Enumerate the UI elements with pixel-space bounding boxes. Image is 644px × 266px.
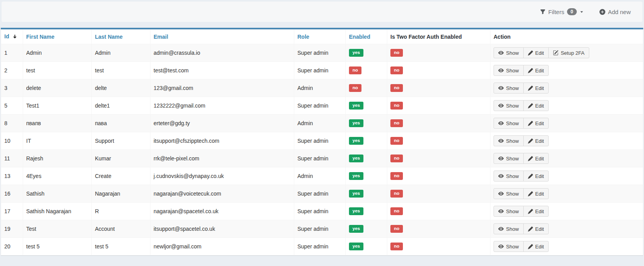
show-button-label: Show xyxy=(506,156,519,161)
show-button[interactable]: Show xyxy=(494,171,524,182)
edit-button[interactable]: Edit xyxy=(523,171,549,182)
show-button[interactable]: Show xyxy=(494,241,524,252)
table-row: 16 Sathish Nagarajan nagarajan@voicetecu… xyxy=(1,185,643,203)
cell-enabled: yes xyxy=(346,97,387,115)
edit-button[interactable]: Edit xyxy=(523,135,549,146)
cell-email: admin@crassula.io xyxy=(150,44,294,62)
cell-first-name: test 5 xyxy=(23,238,92,255)
sort-link-role[interactable]: Role xyxy=(297,34,309,40)
sort-link-id[interactable]: Id xyxy=(4,33,9,40)
show-button[interactable]: Show xyxy=(494,47,524,58)
edit-button-label: Edit xyxy=(535,191,544,196)
eye-icon xyxy=(498,244,504,249)
filter-icon xyxy=(540,9,546,14)
show-button-label: Show xyxy=(506,121,519,126)
sort-link-first-name[interactable]: First Name xyxy=(26,34,54,40)
filters-label: Filters xyxy=(548,9,564,15)
cell-last-name: delte1 xyxy=(92,97,150,115)
add-new-button[interactable]: Add new xyxy=(599,9,631,15)
edit-button-label: Edit xyxy=(535,174,544,179)
cell-email: itsupport@spacetel.co.uk xyxy=(150,220,294,238)
cell-id: 2 xyxy=(1,62,23,79)
edit-button[interactable]: Edit xyxy=(523,188,549,199)
pencil-square-icon xyxy=(553,50,558,56)
cell-first-name: delete xyxy=(23,79,92,97)
edit-button[interactable]: Edit xyxy=(523,47,549,58)
sort-link-enabled[interactable]: Enabled xyxy=(349,34,370,40)
cell-role: Super admin xyxy=(294,203,346,220)
edit-button[interactable]: Edit xyxy=(523,65,549,76)
edit-button[interactable]: Edit xyxy=(523,206,549,217)
show-button[interactable]: Show xyxy=(494,206,524,217)
cell-two-factor: no xyxy=(387,97,490,115)
pencil-icon xyxy=(528,174,533,179)
filters-count-badge: 0 xyxy=(567,8,577,15)
show-button[interactable]: Show xyxy=(494,188,524,199)
cell-actions: ShowEditSetup 2FA xyxy=(490,44,643,62)
cell-id: 19 xyxy=(1,220,23,238)
status-badge: no xyxy=(390,119,403,127)
table-row: 10 IT Support itsupport@cfszipptech.com … xyxy=(1,132,643,150)
edit-button-label: Edit xyxy=(535,68,544,73)
cell-role: Admin xyxy=(294,115,346,132)
status-badge: yes xyxy=(349,119,363,127)
sort-desc-arrow-icon xyxy=(13,34,17,40)
edit-button[interactable]: Edit xyxy=(523,153,549,164)
cell-id: 11 xyxy=(1,150,23,167)
action-button-group: ShowEdit xyxy=(494,241,549,252)
table-row: 13 4Eyes Create j.cudnovskis@dynapay.co.… xyxy=(1,167,643,185)
eye-icon xyxy=(498,120,504,126)
status-badge: yes xyxy=(349,137,363,145)
cell-enabled: no xyxy=(346,62,387,79)
show-button[interactable]: Show xyxy=(494,100,524,111)
status-badge: no xyxy=(390,137,403,145)
cell-first-name: Sathish xyxy=(23,185,92,203)
show-button[interactable]: Show xyxy=(494,153,524,164)
cell-two-factor: no xyxy=(387,44,490,62)
status-badge: yes xyxy=(349,49,363,57)
show-button[interactable]: Show xyxy=(494,65,524,76)
status-badge: no xyxy=(390,102,403,110)
show-button-label: Show xyxy=(506,50,519,56)
cell-email: rrk@tele-pixel.com xyxy=(150,150,294,167)
cell-id: 3 xyxy=(1,79,23,97)
show-button[interactable]: Show xyxy=(494,135,524,146)
cell-actions: ShowEdit xyxy=(490,167,643,185)
show-button[interactable]: Show xyxy=(494,83,524,93)
table-row: 11 Rajesh Kumar rrk@tele-pixel.com Super… xyxy=(1,150,643,167)
edit-button[interactable]: Edit xyxy=(523,83,549,93)
sort-link-email[interactable]: Email xyxy=(154,34,168,40)
eye-icon xyxy=(498,208,504,214)
edit-button[interactable]: Edit xyxy=(523,100,549,111)
cell-first-name: test xyxy=(23,62,92,79)
cell-email: j.cudnovskis@dynapay.co.uk xyxy=(150,167,294,185)
edit-button-label: Edit xyxy=(535,138,544,144)
table-row: 1 Admin Admin admin@crassula.io Super ad… xyxy=(1,44,643,62)
edit-button[interactable]: Edit xyxy=(523,241,549,252)
action-button-group: ShowEdit xyxy=(494,65,549,76)
cell-last-name: Kumar xyxy=(92,150,150,167)
cell-actions: ShowEdit xyxy=(490,203,643,220)
edit-button[interactable]: Edit xyxy=(523,118,549,129)
cell-two-factor: no xyxy=(387,115,490,132)
show-button[interactable]: Show xyxy=(494,118,524,129)
column-header-first-name: First Name xyxy=(23,30,92,44)
cell-actions: ShowEdit xyxy=(490,97,643,115)
cell-last-name: Admin xyxy=(92,44,150,62)
cell-email: newljor@gmail.com xyxy=(150,238,294,255)
cell-two-factor: no xyxy=(387,150,490,167)
table-row: 5 Test1 delte1 1232222@gmail.com Super a… xyxy=(1,97,643,115)
sort-link-last-name[interactable]: Last Name xyxy=(95,34,123,40)
cell-two-factor: no xyxy=(387,132,490,150)
cell-last-name: Account xyxy=(92,220,150,238)
cell-enabled: yes xyxy=(346,132,387,150)
cell-first-name: 4Eyes xyxy=(23,167,92,185)
setup-2fa-button[interactable]: Setup 2FA xyxy=(548,47,589,58)
show-button[interactable]: Show xyxy=(494,223,524,234)
status-badge: no xyxy=(390,190,403,198)
edit-button[interactable]: Edit xyxy=(523,223,549,234)
edit-button-label: Edit xyxy=(535,226,544,232)
filters-button[interactable]: Filters 0 xyxy=(540,8,584,15)
cell-email: erteter@gdg.ty xyxy=(150,115,294,132)
column-header-email: Email xyxy=(150,30,294,44)
